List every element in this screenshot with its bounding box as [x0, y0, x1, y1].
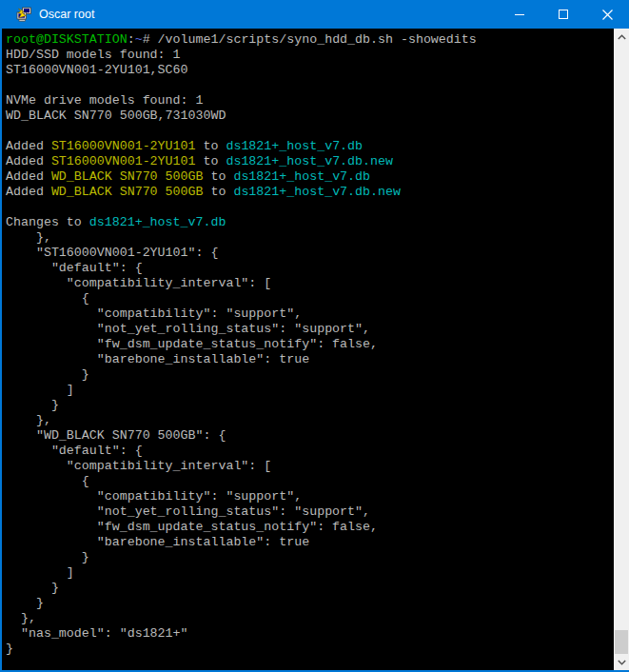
terminal-line: Added WD_BLACK SN770 500GB to ds1821+_ho… — [6, 185, 614, 200]
scroll-up-button[interactable] — [614, 29, 629, 45]
terminal-line: "fw_dsm_update_status_notify": false, — [6, 520, 614, 535]
terminal-line: { — [6, 291, 614, 306]
terminal-line: "fw_dsm_update_status_notify": false, — [6, 337, 614, 352]
maximize-icon — [559, 10, 568, 19]
terminal-line: "ST16000VN001-2YU101": { — [6, 246, 614, 261]
chevron-down-icon — [618, 660, 626, 665]
terminal-line — [6, 78, 614, 93]
terminal-line: "barebone_installable": true — [6, 352, 614, 367]
terminal-line: ST16000VN001-2YU101,SC60 — [6, 63, 614, 78]
putty-app-icon — [16, 7, 31, 22]
terminal-line: }, — [6, 611, 614, 626]
terminal-line: }, — [6, 230, 614, 246]
close-button[interactable] — [585, 0, 629, 29]
terminal-line: } — [6, 398, 614, 413]
terminal-line: HDD/SSD models found: 1 — [6, 48, 614, 63]
terminal-line: } — [6, 642, 614, 657]
terminal-line — [6, 124, 614, 139]
scrollbar-thumb[interactable] — [615, 630, 628, 654]
terminal-line: "compatibility_interval": [ — [6, 459, 614, 474]
terminal-line: } — [6, 581, 614, 596]
chevron-up-icon — [618, 34, 626, 40]
terminal-line: "WD_BLACK SN770 500GB": { — [6, 428, 614, 444]
close-icon — [602, 10, 613, 20]
terminal-line: } — [6, 367, 614, 383]
minimize-icon — [515, 14, 524, 15]
terminal-output[interactable]: root@DISKSTATION:~# /volume1/scripts/syn… — [2, 29, 614, 670]
terminal-line: } — [6, 596, 614, 611]
titlebar[interactable]: Oscar root — [0, 0, 629, 29]
terminal-line: Added ST16000VN001-2YU101 to ds1821+_hos… — [6, 139, 614, 154]
terminal-line: }, — [6, 413, 614, 428]
terminal-line: root@DISKSTATION:~# /volume1/scripts/syn… — [6, 32, 614, 48]
terminal-line: ] — [6, 383, 614, 398]
terminal-line: WD_BLACK SN770 500GB,731030WD — [6, 109, 614, 124]
scroll-down-button[interactable] — [614, 654, 629, 670]
scrollbar-track[interactable] — [614, 45, 629, 654]
terminal-line: "default": { — [6, 444, 614, 459]
window-body: root@DISKSTATION:~# /volume1/scripts/syn… — [0, 29, 629, 672]
terminal-line: } — [6, 550, 614, 565]
terminal-line: "nas_model": "ds1821+" — [6, 626, 614, 642]
terminal-line: "not_yet_rolling_status": "support", — [6, 322, 614, 337]
maximize-button[interactable] — [541, 0, 585, 29]
scrollbar[interactable] — [614, 29, 629, 670]
minimize-button[interactable] — [498, 0, 541, 29]
terminal-line: { — [6, 474, 614, 489]
putty-window: Oscar root root@DISKSTATION:~# /volume1/… — [0, 0, 629, 672]
terminal-line: "compatibility": "support", — [6, 306, 614, 322]
terminal-line — [6, 200, 614, 215]
terminal-line: "not_yet_rolling_status": "support", — [6, 504, 614, 520]
terminal-line: Added WD_BLACK SN770 500GB to ds1821+_ho… — [6, 169, 614, 185]
terminal-line: "compatibility_interval": [ — [6, 276, 614, 291]
terminal-line: Changes to ds1821+_host_v7.db — [6, 215, 614, 230]
terminal-line: NVMe drive models found: 1 — [6, 93, 614, 109]
terminal-line: ] — [6, 565, 614, 581]
terminal-line: "barebone_installable": true — [6, 535, 614, 550]
terminal-line: "compatibility": "support", — [6, 489, 614, 504]
window-title: Oscar root — [39, 8, 94, 21]
window-controls — [498, 0, 629, 29]
terminal-line: "default": { — [6, 261, 614, 276]
terminal-line: Added ST16000VN001-2YU101 to ds1821+_hos… — [6, 154, 614, 169]
